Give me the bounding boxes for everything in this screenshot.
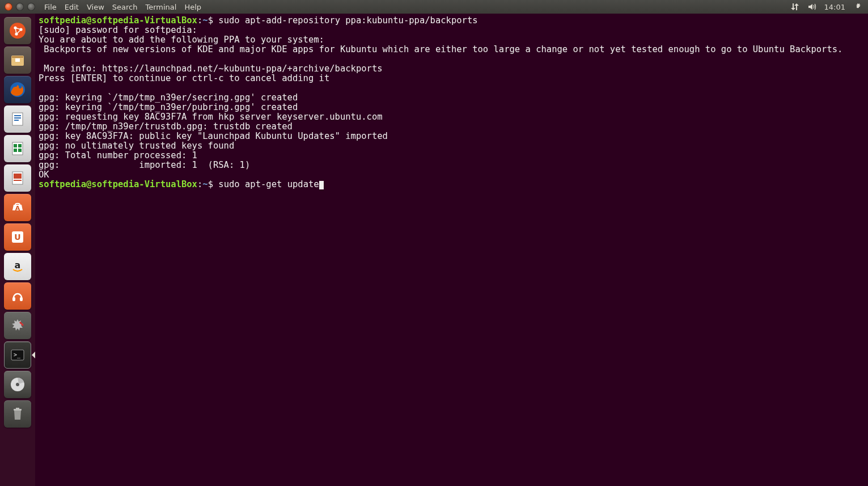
output-line: gpg: Total number processed: 1 xyxy=(39,150,197,160)
output-line: OK xyxy=(39,170,49,180)
prompt-path: ~ xyxy=(202,179,208,189)
maximize-button[interactable] xyxy=(27,3,35,11)
svg-rect-15 xyxy=(18,144,22,147)
output-line: gpg: requesting key 8AC93F7A from hkp se… xyxy=(39,112,383,122)
output-line: Backports of new versions of KDE and maj… xyxy=(39,44,842,54)
svg-rect-12 xyxy=(14,120,19,121)
launcher-writer[interactable] xyxy=(4,105,31,133)
svg-text:A: A xyxy=(15,205,20,212)
launcher-firefox[interactable] xyxy=(4,76,31,103)
launcher-trash[interactable] xyxy=(4,400,31,428)
menu-search[interactable]: Search xyxy=(112,3,138,11)
svg-text:>_: >_ xyxy=(14,352,21,358)
svg-rect-14 xyxy=(14,144,17,147)
launcher-disc[interactable] xyxy=(4,371,31,398)
output-line: gpg: keyring `/tmp/tmp_n39er/pubring.gpg… xyxy=(39,102,298,112)
svg-rect-25 xyxy=(12,297,15,301)
panel-indicators: 14:01 xyxy=(790,2,868,11)
launcher-terminal[interactable]: >_ xyxy=(4,341,31,369)
launcher-ubuntu-one[interactable]: U xyxy=(4,223,31,251)
output-line: More info: https://launchpad.net/~kubunt… xyxy=(39,64,383,74)
gear-icon[interactable] xyxy=(853,2,862,11)
svg-rect-20 xyxy=(14,180,22,181)
svg-text:U: U xyxy=(14,233,20,242)
svg-rect-6 xyxy=(12,56,23,58)
close-button[interactable] xyxy=(5,3,12,11)
launcher-settings[interactable] xyxy=(4,312,31,339)
launcher-calc[interactable] xyxy=(4,135,31,162)
terminal-output[interactable]: softpedia@softpedia-VirtualBox:~$ sudo a… xyxy=(35,14,868,486)
svg-text:a: a xyxy=(15,260,21,271)
svg-rect-16 xyxy=(14,149,17,152)
svg-rect-10 xyxy=(14,115,21,116)
launcher-dash[interactable] xyxy=(4,17,31,44)
menu-terminal[interactable]: Terminal xyxy=(145,3,176,11)
unity-launcher: A U a >_ xyxy=(0,14,35,486)
svg-point-1 xyxy=(10,23,26,39)
output-line: gpg: /tmp/tmp_n39er/trustdb.gpg: trustdb… xyxy=(39,121,293,132)
output-line: gpg: imported: 1 (RSA: 1) xyxy=(39,160,250,170)
menu-file[interactable]: File xyxy=(44,3,57,11)
menu-bar: File Edit View Search Terminal Help xyxy=(40,3,201,11)
launcher-impress[interactable] xyxy=(4,164,31,192)
command-2: sudo apt-get update xyxy=(218,179,319,189)
svg-rect-11 xyxy=(14,117,21,119)
menu-edit[interactable]: Edit xyxy=(65,3,79,11)
svg-rect-33 xyxy=(16,408,19,409)
svg-rect-17 xyxy=(18,149,22,152)
network-icon[interactable] xyxy=(790,2,799,11)
window-controls xyxy=(0,3,40,11)
svg-rect-9 xyxy=(12,113,23,125)
prompt-user-host: softpedia@softpedia-VirtualBox xyxy=(39,179,197,189)
menu-view[interactable]: View xyxy=(87,3,104,11)
output-line: gpg: no ultimately trusted keys found xyxy=(39,141,234,151)
menu-help[interactable]: Help xyxy=(184,3,201,11)
top-panel: File Edit View Search Terminal Help 14:0… xyxy=(0,0,868,14)
svg-rect-7 xyxy=(15,58,20,62)
output-line: gpg: keyring `/tmp/tmp_n39er/secring.gpg… xyxy=(39,92,298,103)
volume-icon[interactable] xyxy=(807,2,816,11)
output-line: [sudo] password for softpedia: xyxy=(39,25,202,35)
launcher-files[interactable] xyxy=(4,47,31,74)
minimize-button[interactable] xyxy=(16,3,24,11)
prompt-user-host: softpedia@softpedia-VirtualBox xyxy=(39,15,197,26)
svg-rect-32 xyxy=(14,409,22,411)
launcher-software-center[interactable]: A xyxy=(4,194,31,221)
output-line: You are about to add the following PPA t… xyxy=(39,35,324,45)
svg-rect-19 xyxy=(14,174,22,179)
output-line: gpg: key 8AC93F7A: public key "Launchpad… xyxy=(39,131,388,141)
svg-rect-26 xyxy=(20,297,23,301)
clock[interactable]: 14:01 xyxy=(824,3,845,11)
launcher-music[interactable] xyxy=(4,282,31,310)
output-line: Press [ENTER] to continue or ctrl-c to c… xyxy=(39,73,329,83)
command-1: sudo apt-add-repository ppa:kubuntu-ppa/… xyxy=(218,15,477,26)
launcher-amazon[interactable]: a xyxy=(4,253,31,280)
prompt-path: ~ xyxy=(202,15,208,26)
cursor xyxy=(319,181,324,189)
